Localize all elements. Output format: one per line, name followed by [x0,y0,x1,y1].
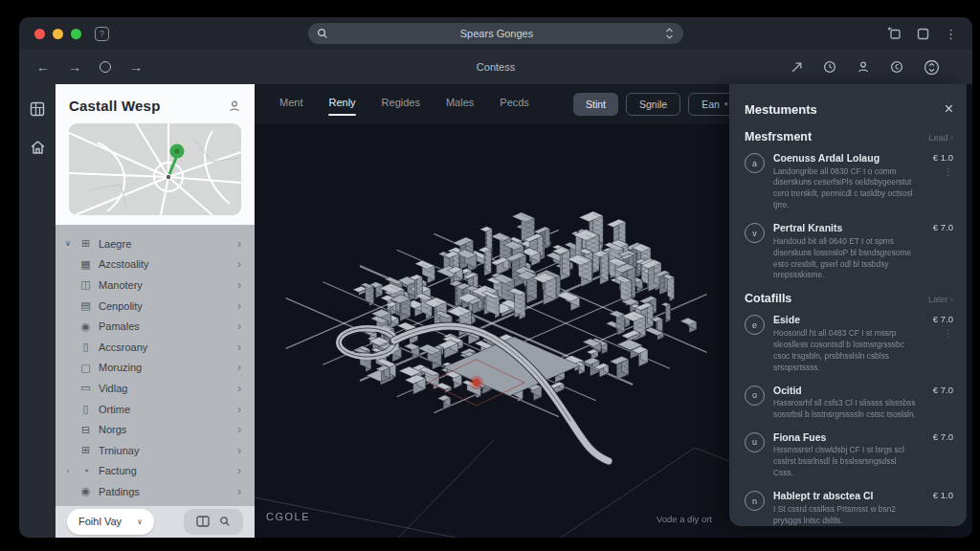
go-button[interactable]: → [129,59,143,75]
chevron-right-icon[interactable]: › [237,257,245,271]
grid-apps-icon[interactable] [30,101,45,117]
sidebar-title: Castall Wesp [69,98,161,114]
sidebar-item-label: Laegre [99,238,231,250]
sidebar-list-item[interactable]: › ◔ Factung › [63,461,245,482]
item-description: Hoosondl ht all 0483 CF I st mssrp sleos… [773,328,916,374]
item-badge-icon: a [745,153,765,173]
close-window-button[interactable] [34,29,45,39]
chevron-right-icon[interactable]: › [237,320,245,333]
search-small-icon[interactable] [219,516,231,527]
section-link[interactable]: Later › [928,295,953,304]
view-tab[interactable]: Ment [279,97,302,112]
item-price: € 7.0 [933,222,953,232]
sidebar-list-item[interactable]: ∨ ⊞ Laegre › [63,233,245,254]
updown-chevrons-icon[interactable] [665,28,674,39]
sidebar-list-item[interactable]: ▭ Vidlag › [63,378,245,399]
chevron-right-icon[interactable]: › [237,278,245,292]
help-icon[interactable]: ? [95,27,109,41]
section-link[interactable]: Lead › [928,133,953,143]
close-icon[interactable]: × [945,101,953,117]
chevron-right-icon[interactable]: › [237,403,245,416]
zoom-window-button[interactable] [71,29,81,39]
view-tab[interactable]: Renly [328,97,355,112]
history-icon[interactable] [823,60,836,74]
share-icon[interactable] [791,61,803,74]
back-button[interactable]: ← [36,59,50,75]
minimize-window-button[interactable] [53,29,63,39]
search-value: Spears Gonges [328,28,665,39]
sidebar-list-item[interactable]: ◉ Pamales › [63,316,245,337]
view-tabbar: Ment Renly Regides Males Pecds Stint Sgn… [255,84,729,124]
chevron-right-icon[interactable]: › [237,464,245,477]
item-badge-icon: n [745,491,765,511]
city-3d-canvas[interactable] [255,124,729,538]
user-icon[interactable] [857,60,870,74]
section-heading: Mesfrsment [745,130,812,143]
sidebar-list-item[interactable]: ◉ Patdings › [63,481,245,502]
sidebar-list-item[interactable]: ⊞ Trniunay › [63,440,245,461]
footer-tools [184,509,243,535]
item-description: Hassrosrhf sll csfs3 Cl I slissss slsssb… [773,398,916,421]
sidebar-item-label: Azcstoality [99,258,231,270]
layer-type-icon: ◉ [79,485,92,497]
book-icon[interactable] [196,516,210,527]
sidebar-header: Castall Wesp [56,84,255,225]
secondary-action-button[interactable]: Sgnile [626,93,680,116]
forward-button[interactable]: → [68,59,81,75]
new-window-icon[interactable] [887,27,902,40]
item-price: € 7.0 [933,314,953,324]
info-icon[interactable] [890,60,903,74]
view-mode-dropdown[interactable]: Foihl Vay ∨ [67,509,154,535]
sidebar-list-item[interactable]: ◫ Manotery › [63,275,245,296]
sidebar-list-item[interactable]: ▦ Azcstoality › [63,254,245,276]
chevron-right-icon[interactable]: › [237,382,245,395]
item-price: € 7.0 [933,385,953,395]
chevron-right-icon[interactable]: › [237,485,245,498]
view-tab[interactable]: Males [446,97,474,112]
sidebar-list-item[interactable]: ▯ Ortime › [63,399,245,420]
sidebar-list-item[interactable]: ▯ Accsroany › [63,337,245,358]
catalog-item[interactable]: u Fiona Fues Hssmssrsrl clswldsbj CF I s… [745,431,953,479]
layer-type-icon: ▭ [79,382,92,394]
primary-action-button[interactable]: Stint [573,93,618,116]
home-icon[interactable] [30,140,46,155]
sidebar-list-item[interactable]: ▢ Moruzing › [63,358,245,379]
title-bar: ? Spears Gonges ⋮ [19,17,972,50]
chevron-right-icon[interactable]: › [237,444,245,457]
item-title: Fiona Fues [773,431,916,443]
address-search-bar[interactable]: Spears Gonges [308,23,683,44]
expand-caret-icon[interactable]: › [63,467,73,475]
maximize-icon[interactable] [917,28,929,40]
reload-icon[interactable] [100,61,111,73]
map-thumbnail[interactable] [69,123,241,215]
measurement-list: a Coenuss Ardal Lolaug Landongribe all 0… [745,152,953,281]
measurement-item[interactable]: v Pertral Kranits Handoud bit all 0640 E… [745,222,953,281]
chevron-right-icon[interactable]: › [237,341,245,354]
item-menu-icon[interactable]: ⋮ [944,166,953,177]
item-menu-icon[interactable]: ⋮ [944,328,953,339]
item-price: € 1.0 [933,490,953,500]
sidebar-list-item[interactable]: ▤ Cenpolity › [63,296,245,317]
chevron-right-icon[interactable]: › [237,423,245,436]
chevron-right-icon[interactable]: › [237,361,245,374]
traffic-lights [34,29,81,39]
chevron-right-icon[interactable]: › [237,237,245,251]
catalog-item[interactable]: e Eside Hoosondl ht all 0483 CF I st mss… [745,314,953,373]
sidebar-list-item[interactable]: ⊟ Norgs › [63,419,245,440]
catalog-item[interactable]: n Hablept tr absctea CI I St cssrd csslk… [745,490,953,526]
item-description: Hssmssrsrl clswldsbj CF I st lsrgs scl c… [773,445,916,479]
item-price: € 7.0 [933,431,953,442]
person-icon[interactable] [228,99,241,113]
sort-icon[interactable] [924,59,940,76]
catalog-item[interactable]: o Ocitid Hassrosrhf sll csfs3 Cl I sliss… [745,385,953,421]
chevron-down-icon: ∨ [137,518,143,526]
sidebar-item-label: Cenpolity [99,300,231,312]
view-tab[interactable]: Regides [382,97,420,112]
expand-caret-icon[interactable]: ∨ [63,239,73,248]
map-viewport[interactable]: Ment Renly Regides Males Pecds Stint Sgn… [255,84,729,538]
view-tab[interactable]: Pecds [500,97,529,112]
overflow-menu-icon[interactable]: ⋮ [945,27,957,41]
measurement-item[interactable]: a Coenuss Ardal Lolaug Landongribe all 0… [745,152,953,211]
item-badge-icon: o [745,386,765,406]
chevron-right-icon[interactable]: › [237,299,245,313]
